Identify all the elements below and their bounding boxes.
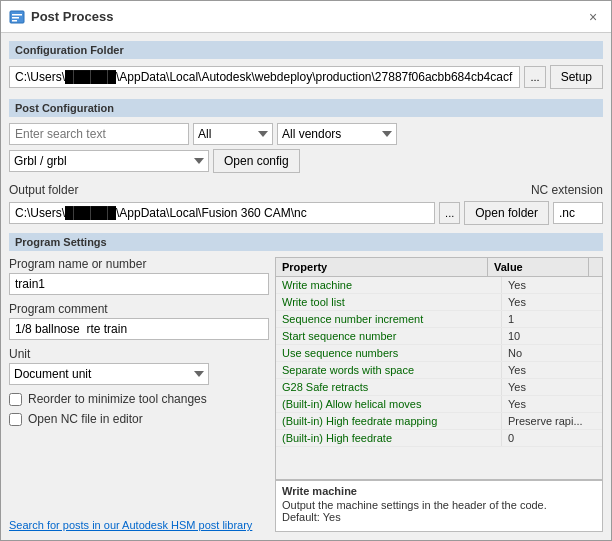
reorder-checkbox-row: Reorder to minimize tool changes (9, 392, 269, 406)
program-name-label: Program name or number (9, 257, 269, 271)
open-folder-button[interactable]: Open folder (464, 201, 549, 225)
table-row[interactable]: (Built-in) Allow helical moves Yes (276, 396, 602, 413)
all-select[interactable]: All (193, 123, 273, 145)
prop-name: (Built-in) Allow helical moves (276, 396, 502, 412)
output-path-row: ... Open folder (9, 201, 603, 225)
prop-value: Preserve rapi... (502, 413, 602, 429)
nc-extension-input[interactable] (553, 202, 603, 224)
title-bar: Post Process × (1, 1, 611, 33)
program-name-section: Program name or number (9, 257, 269, 295)
table-row[interactable]: Separate words with space Yes (276, 362, 602, 379)
right-panel: Property Value Write machine Yes Write t… (275, 257, 603, 532)
prop-name: Separate words with space (276, 362, 502, 378)
post-config-row1: All All vendors (9, 123, 603, 145)
config-browse-button[interactable]: ... (524, 66, 545, 88)
close-button[interactable]: × (583, 7, 603, 27)
nc-ext-label: NC extension (531, 183, 603, 197)
prop-value: 1 (502, 311, 602, 327)
prop-value: Yes (502, 379, 602, 395)
prop-name: Start sequence number (276, 328, 502, 344)
main-area: Program name or number Program comment U… (9, 257, 603, 532)
info-box: Write machine Output the machine setting… (275, 480, 603, 532)
config-folder-row: ... Setup (9, 65, 603, 89)
table-row[interactable]: G28 Safe retracts Yes (276, 379, 602, 396)
prop-value: Yes (502, 277, 602, 293)
program-comment-label: Program comment (9, 302, 269, 316)
prop-value: Yes (502, 396, 602, 412)
setup-button[interactable]: Setup (550, 65, 603, 89)
table-row[interactable]: Sequence number increment 1 (276, 311, 602, 328)
info-box-description: Output the machine settings in the heade… (282, 499, 596, 511)
hsm-library-link[interactable]: Search for posts in our Autodesk HSM pos… (9, 519, 252, 531)
open-nc-checkbox[interactable] (9, 413, 22, 426)
prop-name: Write tool list (276, 294, 502, 310)
info-box-title: Write machine (282, 485, 596, 497)
reorder-checkbox[interactable] (9, 393, 22, 406)
prop-name: (Built-in) High feedrate mapping (276, 413, 502, 429)
svg-rect-2 (12, 17, 19, 19)
footer-link-area: Search for posts in our Autodesk HSM pos… (9, 510, 269, 532)
prop-value: No (502, 345, 602, 361)
props-header: Property Value (276, 258, 602, 277)
unit-label: Unit (9, 347, 269, 361)
program-comment-input[interactable] (9, 318, 269, 340)
grbl-select[interactable]: Grbl / grbl (9, 150, 209, 172)
properties-table: Property Value Write machine Yes Write t… (275, 257, 603, 480)
info-box-default: Default: Yes (282, 511, 596, 523)
output-folder-label: Output folder (9, 183, 78, 197)
prop-name: Write machine (276, 277, 502, 293)
post-config-section: Post Configuration All All vendors Grbl … (9, 99, 603, 177)
prop-name: (Built-in) High feedrate (276, 430, 502, 446)
table-row[interactable]: (Built-in) High feedrate 0 (276, 430, 602, 447)
config-folder-header: Configuration Folder (9, 41, 603, 59)
col-value-header: Value (488, 258, 588, 276)
unit-section: Unit Document unit (9, 347, 269, 385)
prop-value: Yes (502, 362, 602, 378)
post-config-header: Post Configuration (9, 99, 603, 117)
config-folder-section: Configuration Folder ... Setup (9, 41, 603, 93)
program-comment-section: Program comment (9, 302, 269, 340)
table-row[interactable]: (Built-in) High feedrate mapping Preserv… (276, 413, 602, 430)
col-property-header: Property (276, 258, 488, 276)
search-input[interactable] (9, 123, 189, 145)
unit-select[interactable]: Document unit (9, 363, 209, 385)
open-config-button[interactable]: Open config (213, 149, 300, 173)
props-body[interactable]: Write machine Yes Write tool list Yes Se… (276, 277, 602, 479)
content-area: Configuration Folder ... Setup Post Conf… (1, 33, 611, 540)
reorder-label: Reorder to minimize tool changes (28, 392, 207, 406)
open-nc-label: Open NC file in editor (28, 412, 143, 426)
table-row[interactable]: Start sequence number 10 (276, 328, 602, 345)
left-panel: Program name or number Program comment U… (9, 257, 269, 532)
prop-name: G28 Safe retracts (276, 379, 502, 395)
window-icon (9, 9, 25, 25)
post-config-row2: Grbl / grbl Open config (9, 149, 603, 173)
vendors-select[interactable]: All vendors (277, 123, 397, 145)
prop-value: Yes (502, 294, 602, 310)
prop-value: 10 (502, 328, 602, 344)
program-settings-header: Program Settings (9, 233, 603, 251)
config-folder-input[interactable] (9, 66, 520, 88)
output-folder-section: Output folder NC extension ... Open fold… (9, 183, 603, 229)
program-name-input[interactable] (9, 273, 269, 295)
output-folder-row: Output folder NC extension (9, 183, 603, 197)
open-nc-checkbox-row: Open NC file in editor (9, 412, 269, 426)
output-browse-button[interactable]: ... (439, 202, 460, 224)
output-folder-input[interactable] (9, 202, 435, 224)
prop-name: Use sequence numbers (276, 345, 502, 361)
svg-rect-1 (12, 14, 22, 16)
window-title: Post Process (31, 9, 113, 24)
post-process-window: Post Process × Configuration Folder ... … (0, 0, 612, 541)
table-row[interactable]: Write tool list Yes (276, 294, 602, 311)
prop-value: 0 (502, 430, 602, 446)
table-row[interactable]: Write machine Yes (276, 277, 602, 294)
table-row[interactable]: Use sequence numbers No (276, 345, 602, 362)
prop-name: Sequence number increment (276, 311, 502, 327)
svg-rect-3 (12, 20, 17, 22)
title-bar-left: Post Process (9, 9, 113, 25)
